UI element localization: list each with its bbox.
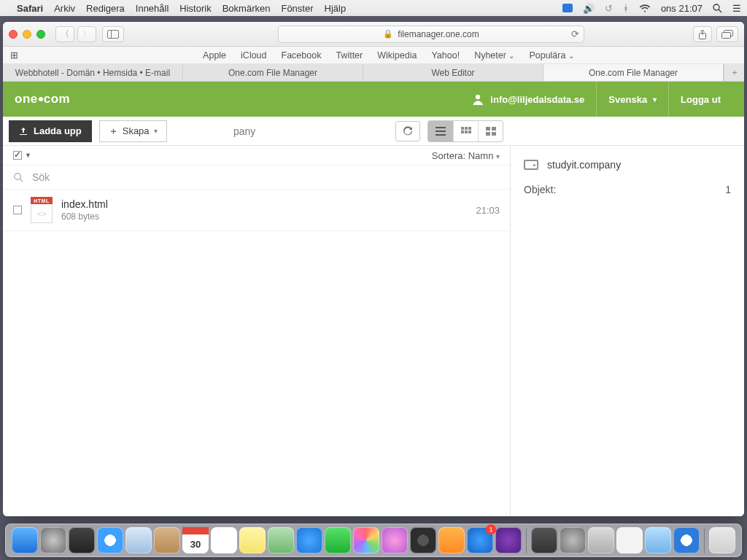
svg-rect-8 xyxy=(436,127,446,128)
menu-fonster[interactable]: Fönster xyxy=(281,3,313,14)
tab-0[interactable]: Webbhotell - Domän • Hemsida • E-mail xyxy=(3,64,183,81)
new-tab-button[interactable]: ＋ xyxy=(724,64,744,81)
svg-rect-14 xyxy=(461,131,464,133)
dock-itunes-icon[interactable] xyxy=(382,527,408,553)
status-bluetooth-icon[interactable]: ᚼ xyxy=(623,3,629,14)
upload-button[interactable]: Ladda upp xyxy=(9,120,92,142)
safari-titlebar: 〈 〉 🔒 filemanager.one.com ⟳ xyxy=(3,22,744,47)
dock-preview-icon[interactable] xyxy=(268,527,294,553)
fav-apple[interactable]: Apple xyxy=(203,50,226,61)
dock-openoffice-icon[interactable] xyxy=(588,527,614,553)
show-all-bookmarks-icon[interactable]: ⊞ xyxy=(10,50,20,61)
create-button[interactable]: ＋ Skapa ▾ xyxy=(99,120,167,142)
dock-ibooks-icon[interactable] xyxy=(438,527,465,553)
status-teamviewer-icon[interactable] xyxy=(562,4,573,12)
share-button[interactable] xyxy=(693,26,712,42)
close-window-button[interactable] xyxy=(9,30,18,39)
select-all-caret-icon[interactable]: ▼ xyxy=(25,152,31,159)
search-input[interactable] xyxy=(32,171,500,183)
dock-appstore-icon[interactable]: 1 xyxy=(467,527,493,553)
view-list-button[interactable] xyxy=(428,121,453,141)
dock-textedit-icon[interactable] xyxy=(616,527,643,553)
dock-launchpad-icon[interactable] xyxy=(40,527,66,553)
dock-photos-icon[interactable] xyxy=(353,527,379,553)
logout-link[interactable]: Logga ut xyxy=(668,82,732,117)
menu-innehall[interactable]: Innehåll xyxy=(136,3,169,14)
dock-separator-2 xyxy=(704,529,705,553)
dock-quicktime-icon[interactable] xyxy=(410,527,436,553)
dock-messages-icon[interactable] xyxy=(296,527,322,553)
search-row xyxy=(3,165,510,190)
dock-facetime-icon[interactable] xyxy=(325,527,351,553)
onecom-logo[interactable]: onecom xyxy=(15,92,70,106)
dock-missioncontrol-icon[interactable] xyxy=(69,527,95,553)
refresh-button[interactable] xyxy=(395,121,420,141)
svg-rect-2 xyxy=(108,30,119,38)
fav-yahoo[interactable]: Yahoo! xyxy=(431,50,460,61)
fm-body: ▼ Sortera: Namn ▾ HTML <> xyxy=(3,146,744,516)
dock-reminders-icon[interactable] xyxy=(211,527,237,553)
page-content: onecom info@liljedalsdata.se Svenska▾ Lo… xyxy=(3,82,744,516)
dock-pages-icon[interactable] xyxy=(645,527,671,553)
dock-calendar-icon[interactable]: 30 xyxy=(182,527,209,553)
dock-contacts-icon[interactable] xyxy=(154,527,180,553)
dock-safari-icon[interactable] xyxy=(97,527,123,553)
tab-1[interactable]: One.com File Manager xyxy=(183,64,363,81)
dock-notes-icon[interactable] xyxy=(239,527,266,553)
url-bar[interactable]: 🔒 filemanager.one.com ⟳ xyxy=(278,26,584,43)
minimize-window-button[interactable] xyxy=(23,30,31,39)
menu-bokmarken[interactable]: Bokmärken xyxy=(222,3,271,14)
tab-3[interactable]: One.com File Manager xyxy=(543,64,724,81)
drive-label: studyit.company xyxy=(547,159,621,171)
status-volume-icon[interactable]: 🔊 xyxy=(583,3,595,14)
status-clock[interactable]: ons 21:07 xyxy=(661,3,703,14)
status-notification-icon[interactable]: ☰ xyxy=(732,3,741,14)
reload-button[interactable]: ⟳ xyxy=(571,28,579,39)
dock-systemprefs-icon[interactable] xyxy=(560,527,586,553)
menu-redigera[interactable]: Redigera xyxy=(86,3,125,14)
fav-facebook[interactable]: Facebook xyxy=(282,50,322,61)
svg-line-22 xyxy=(20,179,23,182)
dock-film-icon[interactable] xyxy=(531,527,557,553)
app-name[interactable]: Safari xyxy=(17,3,43,14)
fav-populara[interactable]: Populära ⌄ xyxy=(529,50,574,61)
back-button[interactable]: 〈 xyxy=(55,26,74,42)
window-controls xyxy=(9,30,45,39)
fav-wikipedia[interactable]: Wikipedia xyxy=(377,50,417,61)
status-spotlight-icon[interactable] xyxy=(713,4,722,13)
file-name: index.html xyxy=(61,198,108,210)
sort-menu[interactable]: Sortera: Namn ▾ xyxy=(432,150,500,161)
status-wifi-icon[interactable] xyxy=(639,4,651,12)
forward-button[interactable]: 〉 xyxy=(77,26,96,42)
view-large-button[interactable] xyxy=(478,121,503,141)
account-menu[interactable]: info@liljedalsdata.se xyxy=(460,82,596,117)
fav-twitter[interactable]: Twitter xyxy=(336,50,363,61)
zoom-window-button[interactable] xyxy=(36,30,45,39)
mac-menubar: Safari Arkiv Redigera Innehåll Historik … xyxy=(0,0,747,16)
fav-nyheter[interactable]: Nyheter ⌄ xyxy=(474,50,514,61)
svg-rect-20 xyxy=(492,132,496,136)
svg-rect-19 xyxy=(486,132,490,136)
url-host: filemanager.one.com xyxy=(398,29,479,39)
status-timemachine-icon[interactable]: ↺ xyxy=(605,3,613,14)
svg-rect-15 xyxy=(465,131,468,133)
file-row[interactable]: HTML <> index.html 608 bytes 21:03 xyxy=(3,190,510,231)
sidebar-toggle-button[interactable] xyxy=(102,26,124,42)
dock-imovie-icon[interactable] xyxy=(495,527,522,553)
menu-historik[interactable]: Historik xyxy=(179,3,211,14)
dock-teamviewer-icon[interactable] xyxy=(673,527,700,553)
menu-hjalp[interactable]: Hjälp xyxy=(325,3,347,14)
dock-trash-icon[interactable] xyxy=(709,527,735,553)
file-checkbox[interactable] xyxy=(13,206,22,214)
language-menu[interactable]: Svenska▾ xyxy=(596,82,668,117)
dock-finder-icon[interactable] xyxy=(12,527,38,553)
select-all-checkbox[interactable] xyxy=(13,151,22,160)
tabs-overview-button[interactable] xyxy=(716,26,738,42)
menu-arkiv[interactable]: Arkiv xyxy=(54,3,75,14)
dock-mail-icon[interactable] xyxy=(125,527,152,553)
view-grid-button[interactable] xyxy=(453,121,478,141)
dock-separator xyxy=(526,529,527,553)
fav-icloud[interactable]: iCloud xyxy=(241,50,266,61)
tab-2[interactable]: Web Editor xyxy=(363,64,543,81)
object-val: 1 xyxy=(725,184,731,195)
